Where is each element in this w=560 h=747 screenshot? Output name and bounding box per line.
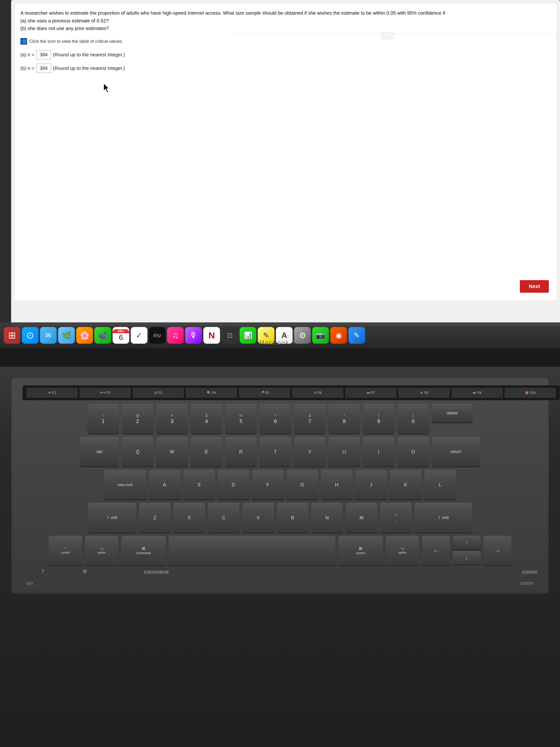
key-8[interactable]: * 8 [328,404,360,434]
key-arrow-left[interactable]: ← [422,536,450,565]
key-5[interactable]: % 5 [225,404,257,434]
dock-item-numbers[interactable]: 📊 [240,327,256,344]
key-option-right[interactable]: ⌥ option [386,536,419,565]
key-1[interactable]: ! 1 [87,404,119,434]
key-option-left[interactable]: ⌥ option [85,536,118,565]
key-comma[interactable]: < , [380,503,412,533]
dock-item-finder[interactable]: 🌿 [58,327,75,344]
label-ion: ion [26,580,33,586]
key-delete[interactable]: delete [432,404,473,422]
touchbar: ☀ F1 ☀☀ F2 ⊟ F3 🔍 F4 🎤 F5 ↺ F6 ⏮ F7 ⏸ F8… [23,385,560,400]
key-arrow-up[interactable]: ↑ [453,536,481,549]
key-f[interactable]: F [252,470,284,499]
dock-item-photos[interactable]: 🌸 [76,327,93,344]
dock-item-screenmirror[interactable]: ⊡ [221,327,238,344]
app-window: A researcher wishes to estimate the prop… [11,0,560,326]
key-return[interactable]: return [432,437,480,466]
dock-item-quicklook[interactable]: ✎ [348,327,365,344]
key-k[interactable]: K [390,470,422,499]
key-s[interactable]: S [183,470,215,499]
key-g[interactable]: G [287,470,318,499]
answer-b-suffix: (Round up to the nearest integer.) [53,65,125,72]
dock-item-appletv[interactable]: étv [149,327,165,344]
tb-key-f8[interactable]: ⏸ F8 [398,388,450,398]
key-l[interactable]: L [424,470,456,499]
dock-item-facetime[interactable]: 📹 [95,327,111,344]
key-arrow-right[interactable]: → [483,536,511,565]
tb-key-f9[interactable]: ⏭ F9 [452,388,503,398]
key-caps[interactable]: caps lock [104,470,146,499]
dock-item-calendar[interactable]: DEC 6 [113,327,129,344]
key-w[interactable]: W [156,437,188,466]
calendar-month: DEC [113,329,129,333]
tb-key-f3[interactable]: ⊟ F3 [133,388,184,398]
key-v[interactable]: V [242,503,274,533]
key-q[interactable]: Q [122,437,153,466]
key-c[interactable]: C [208,503,239,533]
book-icon[interactable]: 📘 [20,38,27,45]
dock-item-reminders[interactable]: ✓ [131,327,148,344]
key-a[interactable]: A [149,470,180,499]
key-2[interactable]: @ 2 [122,404,153,434]
macbook-label: MacBook Air [259,339,301,346]
tb-key-f1[interactable]: ☀ F1 [26,388,78,398]
dock-item-safari[interactable]: ⊙ [22,327,38,344]
key-3[interactable]: # 3 [156,404,188,434]
label-command-bottom: comm [519,580,534,586]
dock-item-news[interactable]: N [203,327,220,344]
key-b[interactable]: B [277,503,308,533]
calendar-day: 6 [119,333,123,342]
answer-b-box[interactable]: 384 [36,64,51,73]
key-7[interactable]: & 7 [294,404,325,434]
appletv-label: étv [153,332,161,339]
key-shift-right[interactable]: ⇧ shift [415,503,472,533]
key-control[interactable]: ⌃ control [49,536,82,565]
key-o[interactable]: O [397,437,429,466]
answer-row-a: (a) n = 384 (Round up to the nearest int… [20,50,551,59]
key-h[interactable]: H [321,470,353,499]
key-9[interactable]: ( 9 [363,404,395,434]
tb-key-f6[interactable]: ↺ F6 [292,388,343,398]
tb-key-f5[interactable]: 🎤 F5 [239,388,290,398]
key-x[interactable]: X [174,503,205,533]
tb-key-f10[interactable]: 🔇 F10 [505,388,556,398]
key-n[interactable]: N [311,503,343,533]
answer-a-box[interactable]: 384 [36,50,51,59]
asdf-row: caps lock A S D F G H J K L [23,470,537,499]
key-tab[interactable]: tab [80,437,119,466]
key-u[interactable]: U [328,437,360,466]
key-z[interactable]: Z [139,503,170,533]
key-y[interactable]: Y [294,437,325,466]
keyboard-bezel: ☀ F1 ☀☀ F2 ⊟ F3 🔍 F4 🎤 F5 ↺ F6 ⏮ F7 ⏸ F8… [11,378,549,594]
dock-item-mail[interactable]: ✉ [40,327,57,344]
tb-key-f7[interactable]: ⏮ F7 [345,388,397,398]
key-0[interactable]: ) 0 [397,404,429,434]
key-e[interactable]: E [191,437,222,466]
key-6[interactable]: ^ 6 [260,404,291,434]
dock-item-music[interactable]: ♫ [167,327,184,344]
key-4[interactable]: $ 4 [191,404,222,434]
answer-a-label: (a) n = [20,51,34,58]
key-m[interactable]: M [346,503,377,533]
key-i[interactable]: I [363,437,395,466]
key-j[interactable]: J [355,470,387,499]
window-content: A researcher wishes to estimate the prop… [15,4,556,300]
key-space[interactable] [169,536,336,565]
key-t[interactable]: T [260,437,291,466]
dock-item-screenflow[interactable]: ◉ [330,327,347,344]
dock-item-launchpad[interactable]: ⊞ [4,327,20,344]
dock-item-facetime2[interactable]: 📷 [312,327,329,344]
key-r[interactable]: R [225,437,257,466]
key-command-right[interactable]: ⌘ comm [338,536,383,565]
key-command-left[interactable]: ⌘ command [121,536,166,565]
tb-key-f4[interactable]: 🔍 F4 [186,388,237,398]
label-command-text: command [110,569,203,575]
key-arrow-down[interactable]: ↓ [453,551,481,565]
key-d[interactable]: D [218,470,249,499]
arrow-up-down: ↑ ↓ [453,536,481,565]
tb-key-f2[interactable]: ☀☀ F2 [79,388,131,398]
next-button[interactable]: Next [520,280,549,293]
dock-item-podcasts[interactable]: 🎙 [185,327,202,344]
key-shift-left[interactable]: ⇧ shift [88,503,136,533]
bottom-labels-row: T ⌘ command comm [23,569,537,575]
